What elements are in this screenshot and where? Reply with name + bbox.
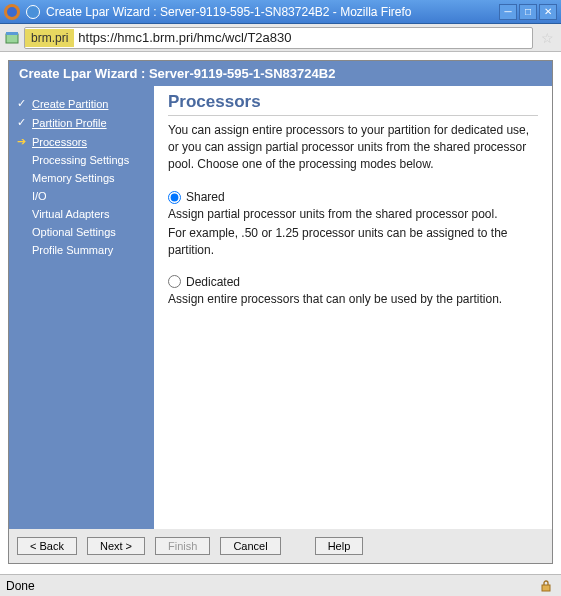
toolbar: brm.pri https://hmc1.brm.pri/hmc/wcl/T2a… (0, 24, 561, 52)
radio-shared[interactable] (168, 191, 181, 204)
svg-rect-2 (6, 32, 18, 35)
bookmark-star-icon[interactable]: ☆ (537, 30, 557, 46)
sidebar-item-processing-settings: Processing Settings (15, 151, 150, 169)
sidebar-item-label: Optional Settings (15, 226, 116, 238)
next-button[interactable]: Next > (87, 537, 145, 555)
sidebar-item-label[interactable]: Partition Profile (32, 117, 107, 129)
wizard-sidebar: ✓ Create Partition ✓ Partition Profile ➔… (9, 86, 154, 529)
close-button[interactable]: ✕ (539, 4, 557, 20)
cancel-button[interactable]: Cancel (220, 537, 280, 555)
sidebar-item-create-partition[interactable]: ✓ Create Partition (15, 94, 150, 113)
svg-rect-3 (542, 585, 550, 591)
sidebar-item-io: I/O (15, 187, 150, 205)
main-panel: Processors You can assign entire process… (154, 86, 552, 529)
button-bar: < Back Next > Finish Cancel Help (9, 529, 552, 563)
page-description: You can assign entire processors to your… (168, 122, 538, 172)
url-host: brm.pri (25, 29, 74, 47)
lock-icon[interactable] (539, 579, 555, 593)
statusbar: Done (0, 574, 561, 596)
sidebar-item-memory-settings: Memory Settings (15, 169, 150, 187)
finish-button: Finish (155, 537, 210, 555)
svg-point-0 (7, 7, 17, 17)
svg-rect-1 (6, 34, 18, 43)
sidebar-item-partition-profile[interactable]: ✓ Partition Profile (15, 113, 150, 132)
radio-shared-label: Shared (186, 190, 225, 204)
back-button[interactable]: < Back (17, 537, 77, 555)
firefox-icon (4, 4, 20, 20)
wizard-frame: Create Lpar Wizard : Server-9119-595-1-S… (8, 60, 553, 564)
option-dedicated: Dedicated Assign entire processors that … (168, 275, 538, 308)
sidebar-item-label: Memory Settings (15, 172, 115, 184)
maximize-button[interactable]: □ (519, 4, 537, 20)
sidebar-item-optional-settings: Optional Settings (15, 223, 150, 241)
url-path: https://hmc1.brm.pri/hmc/wcl/T2a830 (74, 28, 295, 47)
url-bar[interactable]: brm.pri https://hmc1.brm.pri/hmc/wcl/T2a… (24, 27, 533, 49)
wizard-header: Create Lpar Wizard : Server-9119-595-1-S… (9, 61, 552, 86)
site-identity-icon[interactable] (4, 30, 20, 46)
sidebar-item-label[interactable]: Processors (32, 136, 87, 148)
dedicated-desc: Assign entire processors that can only b… (168, 291, 538, 308)
sidebar-item-label: I/O (15, 190, 47, 202)
window-title: Create Lpar Wizard : Server-9119-595-1-S… (46, 5, 499, 19)
arrow-right-icon: ➔ (15, 135, 27, 148)
radio-dedicated[interactable] (168, 275, 181, 288)
option-shared: Shared Assign partial processor units fr… (168, 190, 538, 258)
help-button[interactable]: Help (315, 537, 364, 555)
sidebar-item-label: Processing Settings (15, 154, 129, 166)
globe-icon (26, 5, 40, 19)
sidebar-item-virtual-adapters: Virtual Adapters (15, 205, 150, 223)
sidebar-item-label: Virtual Adapters (15, 208, 109, 220)
page-title: Processors (168, 92, 538, 116)
radio-dedicated-label: Dedicated (186, 275, 240, 289)
sidebar-item-label[interactable]: Create Partition (32, 98, 108, 110)
status-text: Done (6, 579, 35, 593)
minimize-button[interactable]: ─ (499, 4, 517, 20)
sidebar-item-label: Profile Summary (15, 244, 113, 256)
window-titlebar: Create Lpar Wizard : Server-9119-595-1-S… (0, 0, 561, 24)
sidebar-item-processors[interactable]: ➔ Processors (15, 132, 150, 151)
check-icon: ✓ (15, 116, 27, 129)
sidebar-item-profile-summary: Profile Summary (15, 241, 150, 259)
check-icon: ✓ (15, 97, 27, 110)
shared-desc-1: Assign partial processor units from the … (168, 206, 538, 223)
shared-desc-2: For example, .50 or 1.25 processor units… (168, 225, 538, 259)
